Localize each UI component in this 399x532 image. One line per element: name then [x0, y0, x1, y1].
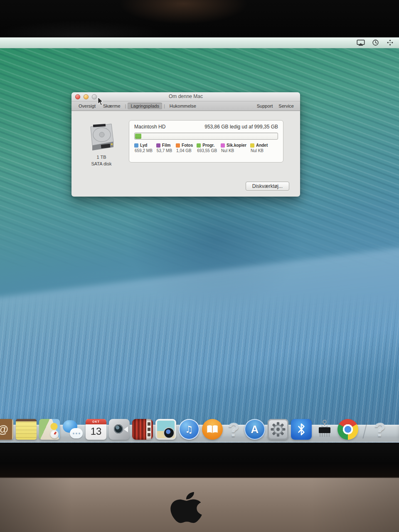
- ibooks-dock-icon[interactable]: [202, 419, 223, 440]
- contacts-dock-icon[interactable]: @: [0, 419, 13, 440]
- window-toolbar: Oversigt Skærme | Lagringsplads | Hukomm…: [71, 101, 300, 111]
- dock-divider: [362, 423, 367, 438]
- legend-swatch-photos: [176, 143, 180, 148]
- imac-photo: Om denne Mac Oversigt Skærme | Lagringsp…: [0, 0, 399, 532]
- camera-lens-icon: [164, 428, 174, 438]
- imac-chin: [0, 477, 399, 532]
- storage-panel: Macintosh HD 953,86 GB ledig ud af 999,3…: [129, 120, 283, 163]
- menu-bar: [0, 37, 399, 48]
- legend-label: Lyd: [140, 143, 147, 148]
- legend-swatch-other: [250, 143, 254, 148]
- system-preferences-dock-icon[interactable]: [268, 419, 288, 440]
- gear-icon: [270, 421, 286, 437]
- photo-strip-icon: [147, 421, 151, 437]
- legend-swatch-apps: [197, 143, 201, 148]
- imac-bottom-bezel: [0, 443, 399, 477]
- storage-bar-used-segment: [135, 133, 141, 139]
- chip-utility-dock-icon[interactable]: [314, 419, 335, 440]
- tab-lagringsplads[interactable]: Lagringsplads: [128, 103, 162, 109]
- dock: @ OKT 13: [0, 419, 388, 440]
- legend-label: Fotos: [182, 143, 193, 148]
- calendar-dock-icon[interactable]: OKT 13: [86, 419, 106, 440]
- legend-item-andet: Andet Nul KB: [250, 143, 268, 153]
- legend-value: 53,7 MB: [156, 148, 172, 153]
- menu-extra-icon[interactable]: [386, 39, 394, 47]
- legend-swatch-audio: [134, 143, 138, 148]
- tab-separator: |: [125, 103, 126, 108]
- camera-lens-icon: [114, 424, 123, 433]
- airplay-icon[interactable]: [357, 39, 365, 47]
- legend-item-sikkopier: Sik.kopier Nul KB: [221, 143, 246, 153]
- video-triangle-icon: [124, 426, 128, 432]
- open-book-icon: [206, 424, 219, 435]
- legend-label: Andet: [256, 143, 268, 148]
- chrome-dock-icon[interactable]: [337, 419, 358, 440]
- question-mark-glyph: ?: [374, 420, 386, 440]
- itunes-dock-icon[interactable]: ♫: [179, 419, 200, 440]
- facetime-dock-icon[interactable]: [109, 419, 130, 440]
- close-button[interactable]: [75, 94, 80, 99]
- tab-hukommelse[interactable]: Hukommelse: [167, 103, 199, 109]
- legend-value: Nul KB: [250, 148, 268, 153]
- legend-label: Progr.: [202, 143, 214, 148]
- wallpaper-ridge: [0, 243, 399, 421]
- imac-top-bezel: [0, 0, 399, 37]
- app-store-a-glyph: A: [251, 423, 259, 436]
- disk-size-label: 1 TB: [79, 154, 124, 160]
- storage-legend: Lyd 659,2 MB Film 53,7 MB Fotos 1,04 GB: [134, 143, 278, 153]
- tab-separator: |: [164, 103, 165, 108]
- hard-drive-icon: [87, 122, 116, 153]
- legend-value: 1,04 GB: [176, 148, 193, 153]
- imac-screen: Om denne Mac Oversigt Skærme | Lagringsp…: [0, 37, 399, 443]
- apple-logo-icon: [167, 491, 206, 530]
- legend-label: Sik.kopier: [227, 143, 246, 148]
- legend-swatch-movies: [156, 143, 160, 148]
- microchip-icon: [314, 419, 335, 440]
- tab-oversigt[interactable]: Oversigt: [76, 103, 99, 109]
- notes-dock-icon[interactable]: [16, 419, 37, 440]
- photo-booth-dock-icon[interactable]: [132, 419, 153, 440]
- legend-value: Nul KB: [221, 148, 246, 153]
- bluetooth-dock-icon[interactable]: [291, 419, 312, 440]
- time-machine-icon[interactable]: [371, 39, 379, 47]
- legend-label: Film: [162, 143, 171, 148]
- legend-item-fotos: Fotos 1,04 GB: [176, 143, 193, 153]
- bluetooth-rune-icon: [296, 422, 307, 436]
- zoom-button[interactable]: [92, 94, 97, 99]
- disk-type-label: SATA disk: [79, 161, 124, 167]
- disk-utility-button[interactable]: Diskværktøj...: [246, 182, 289, 191]
- question-mark-glyph: ?: [228, 420, 240, 440]
- free-space-text: 953,86 GB ledig ud af 999,35 GB: [204, 124, 278, 130]
- disk-name: Macintosh HD: [134, 124, 165, 130]
- calendar-day: 13: [86, 424, 106, 438]
- chat-bubble-icon: [70, 428, 83, 438]
- storage-usage-bar: [134, 133, 278, 140]
- legend-item-progr: Progr. 693,55 GB: [197, 143, 217, 153]
- window-title: Om denne Mac: [71, 92, 300, 101]
- storage-pane: 1 TB SATA disk Macintosh HD 953,86 GB le…: [71, 111, 300, 197]
- about-this-mac-window: Om denne Mac Oversigt Skærme | Lagringsp…: [71, 92, 300, 196]
- maps-dock-icon[interactable]: [39, 419, 60, 440]
- tab-skaerme[interactable]: Skærme: [100, 103, 123, 109]
- support-link[interactable]: Support: [255, 103, 275, 109]
- legend-value: 693,55 GB: [197, 148, 217, 153]
- compass-icon: [50, 430, 59, 438]
- drive-block: 1 TB SATA disk: [79, 122, 124, 167]
- messages-dock-icon[interactable]: [62, 419, 83, 440]
- minimize-button[interactable]: [84, 94, 89, 99]
- legend-swatch-backups: [221, 143, 225, 148]
- app-store-dock-icon[interactable]: A: [244, 419, 265, 440]
- service-link[interactable]: Service: [276, 103, 296, 109]
- iphoto-dock-icon[interactable]: [155, 419, 176, 440]
- missing-app-dock-icon[interactable]: ?: [225, 419, 242, 440]
- calendar-month: OKT: [86, 419, 106, 424]
- music-note-icon: ♫: [185, 424, 194, 435]
- legend-item-film: Film 53,7 MB: [156, 143, 172, 153]
- legend-value: 659,2 MB: [134, 148, 153, 153]
- missing-app-dock-icon[interactable]: ?: [372, 419, 388, 440]
- legend-item-lyd: Lyd 659,2 MB: [134, 143, 153, 153]
- at-glyph: @: [0, 423, 8, 436]
- window-titlebar: Om denne Mac: [71, 92, 300, 101]
